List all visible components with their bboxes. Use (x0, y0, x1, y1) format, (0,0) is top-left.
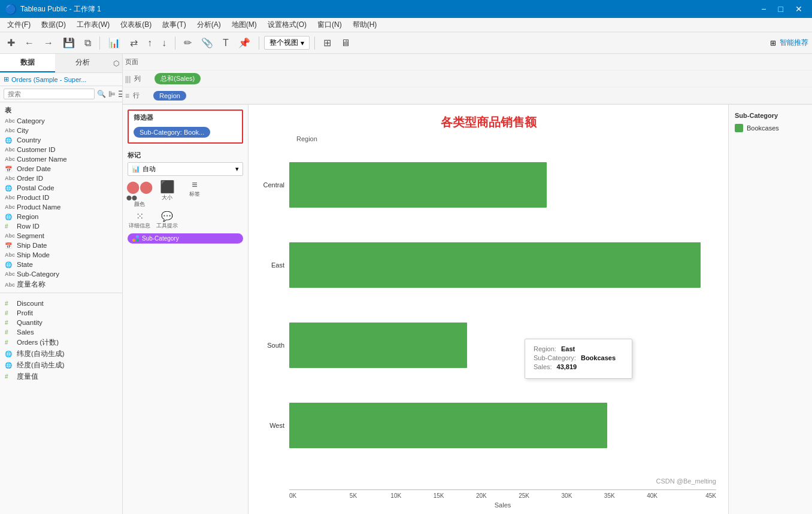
marks-subcategory-pill[interactable]: Sub-Category (128, 233, 243, 244)
field-city[interactable]: Abc City (0, 126, 122, 135)
menu-data[interactable]: 数据(D) (37, 19, 71, 31)
field-discount[interactable]: # Discount (0, 299, 122, 308)
filter-header: 筛选器 (129, 111, 242, 124)
field-order-date[interactable]: 📅 Order Date (0, 164, 122, 174)
toolbar-clip[interactable]: 📎 (198, 35, 217, 50)
toolbar-save[interactable]: 💾 (59, 35, 78, 50)
smart-recommend-btn[interactable]: 智能推荐 (780, 38, 808, 48)
bar-south[interactable] (289, 323, 467, 368)
marks-label-btn[interactable]: ≡ 标签 (183, 180, 207, 208)
filter-pill-subcategory[interactable]: Sub-Category: Book... (134, 127, 210, 138)
field-label: Region (17, 213, 38, 220)
menu-dashboard[interactable]: 仪表板(B) (116, 19, 156, 31)
main-layout: 数据 分析 ⬡ ⊞ Orders (Sample - Super... 🔍 ⊫ … (0, 54, 812, 514)
tab-analysis[interactable]: 分析 (55, 54, 110, 72)
list-icon[interactable]: ☰ (118, 89, 123, 99)
menu-window[interactable]: 窗口(N) (313, 19, 347, 31)
menu-worksheet[interactable]: 工作表(W) (72, 19, 114, 31)
toolbar-right: ⊞ 智能推荐 (770, 38, 808, 48)
datasource-item[interactable]: ⊞ Orders (Sample - Super... (0, 73, 122, 86)
field-ship-mode[interactable]: Abc Ship Mode (0, 250, 122, 260)
menu-analysis[interactable]: 分析(A) (192, 19, 226, 31)
row-pill-region[interactable]: Region (153, 91, 186, 101)
toolbar-sort-asc[interactable]: ↑ (144, 36, 156, 50)
toolbar-sep-4 (314, 37, 315, 50)
marks-tooltip-btn[interactable]: 💬 工具提示 (155, 211, 179, 230)
marks-pills-row: Sub-Category (128, 233, 243, 244)
field-label: Profit (17, 309, 33, 317)
x-tick-10k: 10K (375, 492, 417, 499)
field-measure-values[interactable]: # 度量值 (0, 371, 122, 382)
menu-map[interactable]: 地图(M) (227, 19, 262, 31)
column-pill-sales[interactable]: 总和(Sales) (154, 73, 201, 84)
title-bar-controls[interactable]: − □ ✕ (756, 4, 807, 14)
sidebar-more[interactable]: ⬡ (110, 54, 122, 72)
color-dots-icon: ⬤⬤⬤⬤ (126, 180, 153, 200)
field-country[interactable]: 🌐 Country (0, 135, 122, 145)
field-order-id[interactable]: Abc Order ID (0, 174, 122, 183)
minimize-button[interactable]: − (756, 4, 771, 14)
tab-data[interactable]: 数据 (0, 54, 55, 72)
calendar-icon: 📅 (5, 166, 14, 172)
label-icon: ≡ (192, 180, 197, 190)
field-product-id[interactable]: Abc Product ID (0, 193, 122, 202)
hash-icon: # (5, 320, 14, 326)
bar-west[interactable] (289, 403, 607, 448)
toolbar-pin[interactable]: 📌 (235, 35, 254, 50)
tooltip-label: 工具提示 (156, 222, 178, 230)
field-customer-name[interactable]: Abc Customer Name (0, 154, 122, 164)
close-button[interactable]: ✕ (790, 4, 807, 14)
toolbar-pen[interactable]: ✏ (180, 35, 195, 50)
menu-format[interactable]: 设置格式(O) (263, 19, 311, 31)
field-profit[interactable]: # Profit (0, 308, 122, 318)
field-row-id[interactable]: # Row ID (0, 221, 122, 231)
field-category[interactable]: Abc Category (0, 116, 122, 126)
field-state[interactable]: 🌐 State (0, 260, 122, 269)
search-input[interactable] (4, 89, 95, 99)
field-measure-names[interactable]: Abc 度量名称 (0, 279, 122, 290)
toolbar-text[interactable]: T (219, 36, 232, 50)
toolbar-monitor[interactable]: 🖥 (337, 36, 354, 50)
toolbar-swap[interactable]: ⇄ (126, 35, 141, 50)
menu-help[interactable]: 帮助(H) (348, 19, 382, 31)
toolbar-back[interactable]: ← (21, 36, 38, 50)
field-ship-date[interactable]: 📅 Ship Date (0, 241, 122, 250)
bar-label-south: South (249, 342, 284, 349)
toolbar-grid[interactable]: ⊞ (320, 35, 335, 50)
bar-east[interactable] (289, 242, 701, 288)
marks-size-btn[interactable]: ⬛ 大小 (155, 180, 179, 208)
hash-icon: # (5, 373, 14, 380)
field-sub-category[interactable]: Abc Sub-Category (0, 269, 122, 279)
menu-story[interactable]: 故事(T) (157, 19, 190, 31)
field-label: Sales (17, 329, 34, 336)
field-quantity[interactable]: # Quantity (0, 318, 122, 327)
field-segment[interactable]: Abc Segment (0, 231, 122, 241)
toolbar-publish[interactable]: ⧉ (81, 36, 95, 50)
size-icon: ⬛ (160, 180, 175, 194)
marks-detail-btn[interactable]: ⁙ 详细信息 (128, 211, 152, 230)
toolbar-add[interactable]: ✚ (4, 35, 19, 50)
field-postal-code[interactable]: 🌐 Postal Code (0, 183, 122, 193)
filter-icon[interactable]: ⊫ (108, 89, 116, 99)
toolbar-sort-desc[interactable]: ↓ (158, 36, 170, 50)
middle-panel: 筛选器 Sub-Category: Book... 标记 📊 自动 ▾ ⬤⬤⬤⬤ (123, 105, 249, 514)
bar-central[interactable] (289, 162, 547, 208)
maximize-button[interactable]: □ (774, 4, 788, 14)
marks-color-btn[interactable]: ⬤⬤⬤⬤ 颜色 (128, 180, 152, 208)
marks-dropdown[interactable]: 📊 自动 ▾ (128, 162, 243, 176)
field-region[interactable]: 🌐 Region (0, 212, 122, 221)
toolbar-forward[interactable]: → (40, 36, 57, 50)
field-longitude[interactable]: 🌐 经度(自动生成) (0, 360, 122, 371)
x-tick-15k: 15K (417, 492, 460, 499)
field-latitude[interactable]: 🌐 纬度(自动生成) (0, 348, 122, 360)
field-sales[interactable]: # Sales (0, 327, 122, 337)
menu-file[interactable]: 文件(F) (2, 19, 35, 31)
tooltip-region-row: Region: East (534, 345, 623, 352)
toolbar-bar-chart[interactable]: 📊 (105, 35, 124, 50)
field-customer-id[interactable]: Abc Customer ID (0, 145, 122, 154)
field-orders-count[interactable]: # Orders (计数) (0, 337, 122, 348)
view-dropdown[interactable]: 整个视图 ▾ (264, 36, 310, 50)
field-product-name[interactable]: Abc Product Name (0, 202, 122, 212)
legend-item-bookcases[interactable]: Bookcases (735, 124, 806, 132)
field-label: Postal Code (17, 184, 54, 191)
